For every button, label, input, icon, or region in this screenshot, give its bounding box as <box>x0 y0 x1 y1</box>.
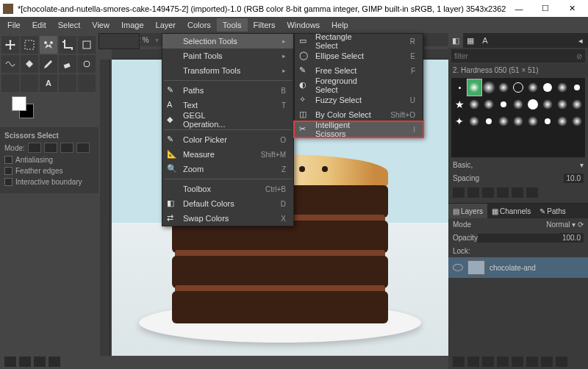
patterns-tab[interactable]: ▦ <box>463 33 478 48</box>
menu-color-picker[interactable]: ✎Color PickerO <box>162 132 293 147</box>
eraser-tool[interactable] <box>59 55 76 73</box>
brush-grid[interactable]: ★ ✦ <box>451 78 585 157</box>
feather-row[interactable]: Feather edges <box>4 167 94 175</box>
zoom-tool[interactable] <box>78 74 96 92</box>
mode-replace[interactable] <box>28 143 41 153</box>
layer-mask[interactable] <box>541 357 553 367</box>
brush-preset[interactable]: Basic,▾ <box>448 159 588 171</box>
brush-new[interactable] <box>467 187 479 198</box>
menu-colors[interactable]: Colors <box>182 18 217 32</box>
layer-del[interactable] <box>556 357 567 367</box>
menu-gegl[interactable]: ◆GEGL Operation... <box>162 112 293 127</box>
warp-tool[interactable] <box>1 55 19 73</box>
menu-windows[interactable]: Windows <box>281 18 326 32</box>
brush-del[interactable] <box>497 187 509 198</box>
visibility-toggle[interactable] <box>453 264 463 271</box>
scissors-tool[interactable] <box>40 36 57 54</box>
left-icon-4[interactable] <box>49 357 60 367</box>
menu-filters[interactable]: Filters <box>248 18 282 32</box>
menu-transform-tools[interactable]: Transform Tools▸ <box>162 63 293 78</box>
interactive-checkbox[interactable] <box>4 178 12 186</box>
tab-layers[interactable]: ▤ Layers <box>448 204 487 218</box>
free-select-icon: ✎ <box>299 65 309 76</box>
brush-filter[interactable]: filter⊘ <box>451 49 585 62</box>
right-panel: ◧ ▦ A ◂ filter⊘ 2. Hardness 050 (51 × 51… <box>448 33 588 369</box>
close-button[interactable]: ✕ <box>559 0 585 17</box>
menu-tools[interactable]: Tools <box>217 18 248 32</box>
crop-tool[interactable] <box>59 36 76 54</box>
menu-layer[interactable]: Layer <box>150 18 182 32</box>
menu-measure[interactable]: 📐MeasureShift+M <box>162 147 293 162</box>
text-tool[interactable]: A <box>40 74 57 92</box>
menu-paths[interactable]: ✎PathsB <box>162 83 293 98</box>
left-icon-3[interactable] <box>34 357 46 367</box>
menu-ellipse-select[interactable]: ◯Ellipse SelectE <box>295 49 423 63</box>
color-swatches[interactable] <box>12 96 41 121</box>
menu-select[interactable]: Select <box>52 18 87 32</box>
menu-free-select[interactable]: ✎Free SelectF <box>295 63 423 78</box>
left-icon-1[interactable] <box>4 357 16 367</box>
mode-sub[interactable] <box>60 143 74 153</box>
layer-dup[interactable] <box>512 357 523 367</box>
fonts-tab[interactable]: A <box>478 33 492 48</box>
paint-tool[interactable] <box>40 55 57 73</box>
bucket-tool[interactable] <box>21 55 38 73</box>
menu-toolbox[interactable]: ToolboxCtrl+B <box>162 182 293 196</box>
brush-dup[interactable] <box>482 187 494 198</box>
clone-tool[interactable] <box>78 55 96 73</box>
menu-selection-tools[interactable]: Selection Tools▸ <box>162 34 293 49</box>
move-tool[interactable] <box>1 36 19 54</box>
menu-zoom[interactable]: 🔍ZoomZ <box>162 162 293 176</box>
fg-color[interactable] <box>12 96 26 111</box>
selection-tools-submenu: ▭Rectangle SelectR ◯Ellipse SelectE ✎Fre… <box>294 33 423 137</box>
menu-rectangle-select[interactable]: ▭Rectangle SelectR <box>295 34 423 49</box>
layer-group[interactable] <box>467 357 479 367</box>
layer-opacity[interactable]: Opacity100.0 <box>448 231 588 245</box>
menu-image[interactable]: Image <box>115 18 150 32</box>
image-tab[interactable] <box>98 33 140 49</box>
rect-select-tool[interactable] <box>21 36 38 54</box>
menu-file[interactable]: File <box>1 18 26 32</box>
mode-label: Mode: <box>4 144 25 152</box>
menu-text[interactable]: ATextT <box>162 98 293 112</box>
menu-swap-colors[interactable]: ⇄Swap ColorsX <box>162 211 293 226</box>
tab-paths[interactable]: ✎ Paths <box>535 204 570 218</box>
canvas-area: Selection Tools▸ Paint Tools▸ Transform … <box>98 33 448 369</box>
mode-intersect[interactable] <box>76 143 90 153</box>
minimize-button[interactable]: — <box>506 0 532 17</box>
layer-merge[interactable] <box>526 357 538 367</box>
maximize-button[interactable]: ☐ <box>532 0 559 17</box>
brush-edit[interactable] <box>453 187 465 198</box>
tab-channels[interactable]: ▦ Channels <box>487 204 535 218</box>
menu-fuzzy-select[interactable]: ✧Fuzzy SelectU <box>295 93 423 107</box>
layer-new[interactable] <box>453 357 465 367</box>
layer-mode[interactable]: ModeNormal ▾ ⟳ <box>448 218 588 231</box>
transform-tool[interactable] <box>78 36 96 54</box>
menu-paint-tools[interactable]: Paint Tools▸ <box>162 49 293 63</box>
layer-down[interactable] <box>497 357 509 367</box>
menu-help[interactable]: Help <box>326 18 354 32</box>
brushes-tab[interactable]: ◧ <box>448 33 463 48</box>
path-tool[interactable] <box>21 74 38 92</box>
antialias-checkbox[interactable] <box>4 156 12 164</box>
smudge-tool[interactable] <box>1 74 19 92</box>
left-icon-2[interactable] <box>19 357 31 367</box>
menu-bycolor-select[interactable]: ◫By Color SelectShift+O <box>295 107 423 122</box>
brush-spacing[interactable]: Spacing10.0 <box>448 171 588 185</box>
menu-foreground-select[interactable]: ◐Foreground Select <box>295 78 423 93</box>
menu-edit[interactable]: Edit <box>26 18 52 32</box>
layer-item[interactable]: chocolate-and <box>448 257 588 278</box>
feather-checkbox[interactable] <box>4 167 12 175</box>
brush-open[interactable] <box>526 187 538 198</box>
menu-default-colors[interactable]: ◧Default ColorsD <box>162 196 293 211</box>
menu-intelligent-scissors[interactable]: ✂Intelligent ScissorsI <box>295 122 423 137</box>
svg-point-3 <box>84 61 90 67</box>
dock-menu[interactable]: ◂ <box>573 33 588 48</box>
antialias-row[interactable]: Antialiasing <box>4 156 94 164</box>
mode-add[interactable] <box>44 143 57 153</box>
layer-up[interactable] <box>482 357 494 367</box>
picker-tool[interactable] <box>59 74 76 92</box>
interactive-row[interactable]: Interactive boundary <box>4 178 94 186</box>
brush-refresh[interactable] <box>512 187 523 198</box>
menu-view[interactable]: View <box>86 18 115 32</box>
